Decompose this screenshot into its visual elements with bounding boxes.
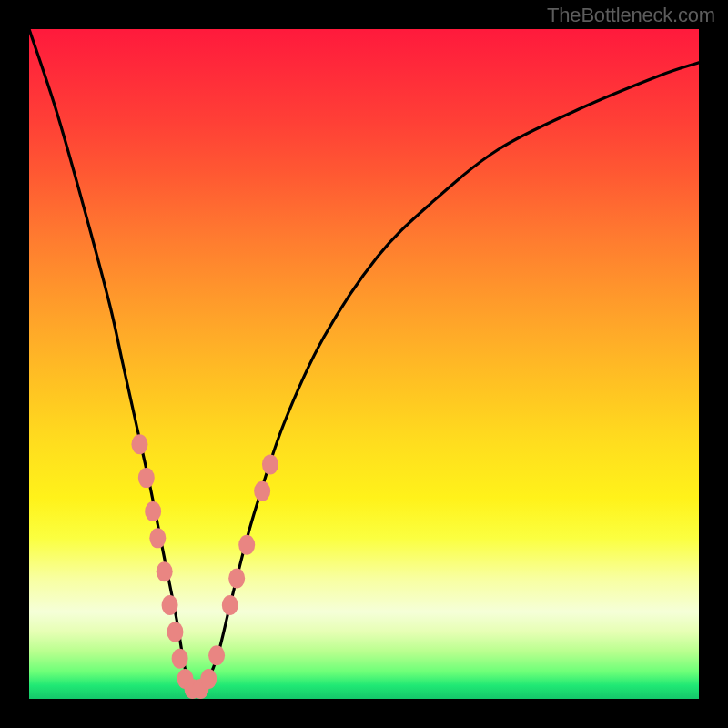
highlight-dot: [228, 569, 245, 589]
highlight-dot: [162, 595, 178, 615]
chart-container: TheBottleneck.com: [0, 0, 728, 728]
highlight-dot: [238, 535, 255, 555]
plot-area: [29, 29, 699, 699]
highlight-dot: [200, 669, 217, 689]
highlight-dot: [167, 622, 183, 642]
highlight-dot: [254, 481, 270, 501]
bottleneck-curve: [29, 29, 699, 689]
highlight-dot: [172, 649, 188, 669]
highlight-dot: [262, 454, 278, 474]
highlight-dot: [222, 595, 238, 615]
highlight-dot: [131, 434, 147, 454]
highlight-dot-group: [131, 434, 278, 699]
highlight-dot: [149, 528, 166, 548]
highlight-dot: [157, 561, 173, 581]
highlight-dot: [138, 468, 155, 488]
attribution-label: TheBottleneck.com: [547, 4, 715, 27]
highlight-dot: [145, 501, 161, 521]
highlight-dot: [208, 645, 225, 665]
curve-layer: [29, 29, 699, 699]
